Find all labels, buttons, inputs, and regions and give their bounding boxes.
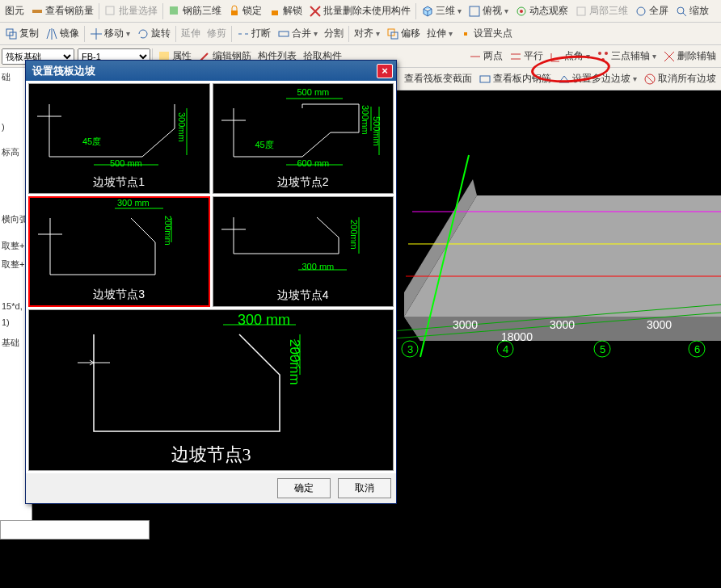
slope-option-1[interactable]: 45度 500 mm 300mm 边坡节点1 — [28, 83, 210, 194]
label: 点角 — [564, 49, 584, 63]
jingxiang-button[interactable]: 镜像 — [42, 25, 82, 42]
label: 分割 — [324, 27, 344, 40]
svg-rect-2 — [170, 6, 178, 15]
sanwei-button[interactable]: 三维▾ — [418, 2, 465, 19]
dim-h: 300 mm — [117, 198, 150, 208]
piliang-xuanze-button[interactable]: 批量选择 — [101, 2, 161, 19]
slope-icon — [558, 73, 571, 86]
dialog-body: 45度 500 mm 300mm 边坡节点1 45度 500 mm 600 mm — [26, 81, 396, 473]
slope-option-2[interactable]: 45度 500 mm 600 mm 300mm 500mm 边坡节点2 — [213, 83, 394, 194]
hebing-button[interactable]: 合并▾ — [274, 25, 321, 42]
chakan-bannei-gangjin-button[interactable]: 查看板内钢筋 — [475, 70, 554, 87]
chevron-down-icon: ▾ — [126, 29, 130, 38]
label: 复制 — [19, 27, 39, 40]
separator — [84, 26, 85, 42]
dim-h2: 600 mm — [297, 158, 330, 168]
svg-rect-1 — [106, 6, 114, 15]
slope-option-4[interactable]: 300 mm 200mm 边坡节点4 — [213, 196, 394, 307]
jiesuo-button[interactable]: 解锁 — [265, 2, 306, 19]
suofang-button[interactable]: 缩放 — [672, 2, 712, 19]
rebar-icon — [31, 5, 44, 18]
lashen-button[interactable]: 拉伸▾ — [424, 25, 456, 42]
yanshen-button[interactable]: 延伸 — [178, 25, 204, 42]
slope3-diagram — [30, 198, 209, 287]
yidong-button[interactable]: 移动▾ — [86, 25, 133, 42]
quxiao-bianpo-button[interactable]: 取消所有边坡 — [640, 70, 719, 87]
pingxing-button[interactable]: 平行 — [506, 48, 546, 65]
label: 删除辅轴 — [677, 49, 716, 63]
chakan-gangjin-button[interactable]: 查看钢筋量 — [27, 2, 97, 19]
shezhi-duobianpo-button[interactable]: 设置多边边坡▾ — [554, 70, 640, 87]
gangjin-sanwei-button[interactable]: 钢筋三维 — [165, 2, 225, 19]
fenge-button[interactable]: 分割 — [321, 25, 347, 42]
label: 查看钢筋量 — [45, 4, 94, 18]
dim-h1: 500 mm — [297, 87, 330, 97]
lock-icon — [228, 5, 241, 18]
close-button[interactable]: × — [377, 64, 393, 78]
label: 钢筋三维 — [183, 4, 221, 18]
orbit-icon — [515, 5, 528, 18]
sandian-fuzhou-button[interactable]: 三点辅轴▾ — [593, 48, 660, 65]
preview-dim-h: 300 mm — [238, 312, 290, 329]
xuanzhuan-button[interactable]: 旋转 — [133, 25, 174, 42]
two-point-icon — [469, 50, 482, 63]
label: 解锁 — [283, 4, 302, 18]
dim-label: 3000 — [550, 318, 575, 331]
svg-rect-8 — [577, 7, 585, 15]
liangdian-button[interactable]: 两点 — [466, 48, 506, 65]
daduan-button[interactable]: 打断 — [234, 25, 274, 42]
label: 锁定 — [242, 4, 262, 18]
dim-v: 200mm — [349, 220, 359, 250]
dialog-title-text: 设置筏板边坡 — [32, 64, 95, 78]
label: 设置多边边坡 — [572, 72, 630, 86]
slope-settings-dialog: 设置筏板边坡 × 45度 500 mm 300mm 边坡节点1 — [25, 60, 397, 504]
separator — [231, 26, 232, 42]
chevron-down-icon: ▾ — [652, 52, 656, 61]
point-angle-icon — [550, 50, 563, 63]
label: 查看筏板变截面 — [404, 72, 472, 86]
shezhi-jiadian-button[interactable]: 设置夹点 — [456, 25, 516, 42]
label: 修剪 — [207, 27, 226, 40]
svg-rect-27 — [480, 76, 490, 82]
piliang-shanchu-button[interactable]: 批量删除未使用构件 — [306, 2, 414, 19]
tuyuan-label: 图元 — [5, 4, 24, 18]
local-3d-icon — [575, 5, 588, 18]
quanping-button[interactable]: 全屏 — [631, 2, 672, 19]
slope-option-3[interactable]: 300 mm 200mm 边坡节点3 — [28, 196, 210, 307]
preview-label: 边坡节点3 — [171, 443, 251, 467]
cancel-button[interactable]: 取消 — [338, 478, 391, 498]
pianyi-button[interactable]: 偏移 — [383, 25, 424, 42]
separator — [99, 3, 99, 19]
delete-axis-icon — [663, 50, 676, 63]
duiqi-button[interactable]: 对齐▾ — [351, 25, 383, 42]
dim-label: 3000 — [647, 318, 672, 331]
separator — [162, 3, 163, 19]
mirror-icon — [45, 27, 58, 40]
label: 俯视 — [483, 4, 502, 18]
three-point-icon — [597, 50, 609, 63]
dialog-titlebar[interactable]: 设置筏板边坡 × — [26, 61, 396, 81]
label: 动态观察 — [529, 4, 568, 18]
xiujian-button[interactable]: 修剪 — [204, 25, 230, 42]
shanchu-fuzhou-button[interactable]: 删除辅轴 — [660, 48, 719, 65]
fuzhi-button[interactable]: 复制 — [2, 25, 42, 42]
jubu-sanwei-button[interactable]: 局部三维 — [571, 2, 631, 19]
tuyuan-button[interactable]: 图元 — [2, 2, 27, 19]
dim-v: 200mm — [163, 216, 173, 246]
dianjiao-button[interactable]: 点角▾ — [546, 48, 593, 65]
slope-preview: 300 mm 200mm 边坡节点3 — [28, 309, 394, 471]
chakan-bianjiemian-button[interactable]: 查看筏板变截面 — [401, 70, 475, 87]
dongtai-guancha-button[interactable]: 动态观察 — [512, 2, 571, 19]
label: 取消所有边坡 — [658, 72, 716, 86]
3d-icon — [168, 5, 181, 18]
suoding-button[interactable]: 锁定 — [225, 2, 265, 19]
ok-button[interactable]: 确定 — [277, 478, 331, 498]
preview-dim-v: 200mm — [286, 339, 302, 385]
slope1-label: 边坡节点1 — [93, 175, 145, 190]
offset-icon — [386, 27, 399, 40]
label: 三点辅轴 — [611, 49, 650, 63]
left-panel-bottom — [0, 520, 150, 540]
label: 设置夹点 — [474, 27, 512, 40]
fushi-button[interactable]: 俯视▾ — [465, 2, 512, 19]
label: 偏移 — [401, 27, 420, 40]
